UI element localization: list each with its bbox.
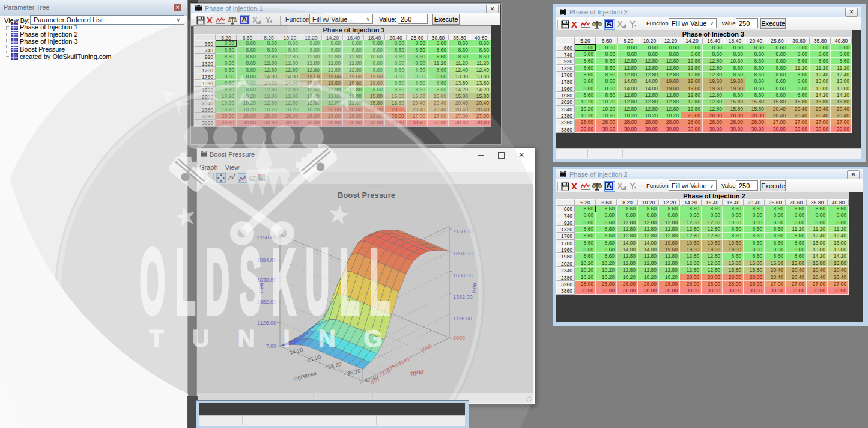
svg-text:35.20: 35.20 [347, 368, 361, 377]
svg-text:hPa: hPa [472, 282, 478, 293]
svg-text:mg/stroke: mg/stroke [293, 370, 317, 382]
svg-text:1894.00: 1894.00 [256, 257, 276, 263]
svg-text:2150.00: 2150.00 [453, 228, 473, 234]
svg-text:14.20: 14.20 [289, 347, 303, 356]
svg-text:21.20: 21.20 [307, 354, 321, 363]
svg-text:3080: 3080 [419, 343, 432, 353]
svg-text:RPM: RPM [410, 368, 424, 378]
svg-text:2150.00: 2150.00 [256, 234, 276, 240]
svg-text:1126.00: 1126.00 [257, 320, 276, 326]
svg-text:hPa: hPa [258, 282, 264, 293]
svg-text:2180: 2180 [397, 356, 410, 366]
svg-text:1894.00: 1894.00 [453, 251, 473, 257]
svg-text:1126.00: 1126.00 [453, 316, 472, 322]
svg-text:1382.00: 1382.00 [256, 299, 276, 305]
svg-text:1638.00: 1638.00 [453, 272, 473, 278]
svg-text:1382.00: 1382.00 [453, 294, 473, 300]
svg-text:1638.00: 1638.00 [256, 277, 276, 283]
svg-text:3860: 3860 [453, 335, 465, 341]
svg-text:7.00: 7.00 [266, 343, 276, 349]
